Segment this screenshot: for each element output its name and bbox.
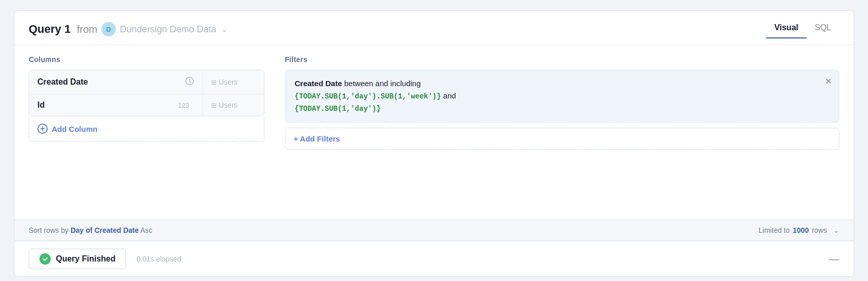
filter-close-button[interactable]: ✕	[825, 76, 832, 86]
filter-and: and	[443, 91, 456, 100]
column-name-id: Id	[37, 101, 178, 110]
rows-limit-count: 1000	[793, 226, 809, 234]
add-filters-label: + Add Filters	[294, 134, 340, 143]
columns-section: Columns Created Date ⊞	[29, 55, 264, 209]
plus-circle-icon: +	[37, 124, 48, 134]
rows-limit-prefix: Limited to	[759, 226, 790, 234]
rows-limit: Limited to 1000 rows ⌄	[759, 226, 839, 234]
filter-code-2: {TODAY.SUB(1,'day')}	[295, 105, 381, 113]
filter-operator: between and including	[344, 79, 421, 88]
sort-prefix: Sort rows by	[29, 226, 71, 234]
filters-section-label: Filters	[285, 55, 839, 64]
table-icon-id: ⊞	[211, 102, 217, 109]
column-source-id: ⊞ Users	[202, 95, 264, 115]
column-source-created-date: ⊞ Users	[202, 72, 264, 92]
rows-limit-suffix: rows	[812, 226, 827, 234]
datasource-icon: D	[101, 22, 116, 36]
query-title: Query 1	[29, 23, 71, 36]
filter-code-1: {TODAY.SUB(1,'day').SUB(1,'week')}	[295, 92, 441, 101]
column-badge-id: 123	[178, 102, 189, 109]
datasource-icon-text: D	[106, 26, 111, 33]
clock-icon	[185, 76, 194, 88]
table-row[interactable]: Id 123 ⊞ Users	[29, 94, 264, 116]
sort-direction: Asc	[140, 226, 152, 234]
filter-card: Created Date between and including {TODA…	[285, 70, 839, 123]
query-builder-container: Query 1 from D Dundersign Demo Data ⌄ Vi…	[14, 10, 854, 277]
footer: Query Finished 0.01s elapsed —	[14, 241, 854, 276]
column-main-id: Id 123	[29, 94, 202, 116]
sort-text: Sort rows by Day of Created Date Asc	[29, 226, 759, 234]
column-name-created-date: Created Date	[37, 77, 185, 87]
tab-visual[interactable]: Visual	[766, 20, 807, 38]
add-filters-button[interactable]: + Add Filters	[285, 128, 839, 150]
header: Query 1 from D Dundersign Demo Data ⌄ Vi…	[14, 11, 854, 45]
table-row[interactable]: Created Date ⊞ Users	[29, 70, 264, 94]
table-icon-created-date: ⊞	[211, 78, 217, 86]
columns-table: Created Date ⊞ Users	[29, 70, 264, 116]
body: Columns Created Date ⊞	[14, 45, 854, 219]
tab-sql[interactable]: SQL	[807, 20, 839, 38]
query-status-icon	[39, 253, 51, 265]
filter-field: Created Date	[295, 79, 342, 88]
datasource-name[interactable]: Dundersign Demo Data	[120, 24, 216, 35]
minimize-button[interactable]: —	[829, 253, 839, 265]
add-column-button[interactable]: + Add Column	[29, 116, 264, 142]
add-column-label: Add Column	[52, 125, 97, 133]
filter-text: Created Date between and including {TODA…	[295, 77, 830, 115]
expand-rows-button[interactable]: ⌄	[833, 226, 839, 234]
query-status-label: Query Finished	[56, 254, 115, 264]
datasource-chevron-icon[interactable]: ⌄	[221, 25, 228, 33]
filters-section: Filters Created Date between and includi…	[285, 55, 839, 209]
columns-section-label: Columns	[29, 55, 264, 64]
sort-bar: Sort rows by Day of Created Date Asc Lim…	[14, 219, 854, 241]
elapsed-time: 0.01s elapsed	[136, 255, 181, 263]
header-left: Query 1 from D Dundersign Demo Data ⌄	[29, 22, 766, 36]
from-label: from	[77, 24, 97, 35]
column-source-label-created-date: Users	[219, 78, 238, 86]
query-status-button[interactable]: Query Finished	[29, 249, 126, 269]
column-main-created-date: Created Date	[29, 70, 202, 94]
column-source-label-id: Users	[219, 101, 238, 109]
sort-field: Day of Created Date	[71, 226, 139, 234]
view-tabs: Visual SQL	[766, 20, 839, 38]
